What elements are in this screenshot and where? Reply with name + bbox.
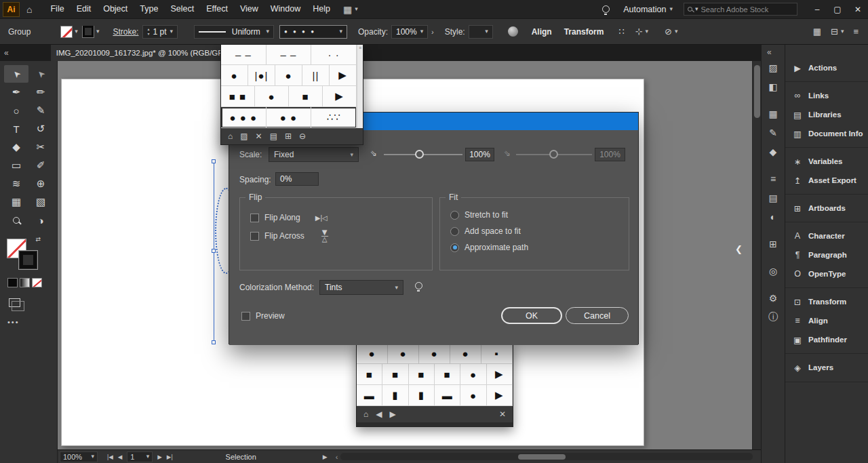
scale-select[interactable]: Fixed ▾ — [269, 147, 359, 162]
mesh-tool[interactable]: ▦ — [4, 193, 28, 211]
automation-dropdown[interactable]: Automation ▾ — [623, 5, 673, 14]
secondary-scale-slider-thumb[interactable] — [549, 150, 558, 159]
first-artboard-icon[interactable]: |◀ — [107, 454, 113, 460]
spacing-field[interactable]: 0% — [275, 172, 319, 186]
panel-resize-grip[interactable] — [357, 422, 513, 426]
minimize-button[interactable]: – — [807, 0, 827, 19]
menu-item[interactable]: Select — [164, 0, 200, 18]
info-icon[interactable]: ⓘ — [762, 308, 785, 327]
blend-tool[interactable]: ◑ — [28, 212, 53, 229]
home-icon[interactable]: ⌂ — [26, 4, 32, 15]
gradient-tool[interactable]: ▧ — [28, 193, 53, 211]
stroke-color-control[interactable]: ▾ — [82, 26, 100, 38]
stroke-panel-link[interactable]: Stroke: — [113, 27, 138, 37]
scissors-tool[interactable]: ✂ — [28, 138, 53, 156]
next-brush-icon[interactable]: ▶ — [389, 409, 395, 419]
list-view-icon[interactable]: ▤ — [270, 132, 277, 141]
brush-definition-select[interactable]: ● ● ● ● ▾ — [279, 25, 347, 39]
opacity-select[interactable]: 100% ▾ — [391, 25, 428, 39]
ok-button[interactable]: OK — [501, 307, 562, 324]
pencil-tool[interactable]: ✐ — [28, 157, 53, 174]
status-expand-icon[interactable]: ▶ — [323, 454, 328, 460]
zoom-level-select[interactable]: 100% ▾ — [60, 451, 98, 462]
brushes-icon[interactable]: ✎ — [762, 123, 785, 142]
panel-tab-align[interactable]: ≡ Align — [785, 311, 868, 330]
fit-option[interactable]: Approximate path — [450, 243, 629, 252]
fill-stroke-widget[interactable]: ⇄ — [7, 239, 38, 270]
new-brush-icon[interactable]: ⊞ — [285, 132, 292, 141]
flip-across-option[interactable]: Flip Across ▶|◁ — [250, 231, 432, 241]
scale-slider[interactable] — [384, 154, 462, 155]
panel-tab-actions[interactable]: ▶ Actions — [785, 58, 868, 77]
brush-item-row[interactable]: ● ● ● ● ● ∴∵ — [221, 107, 357, 128]
workspace-switcher-icon[interactable]: ▦▾ — [343, 4, 358, 15]
close-button[interactable]: ✕ — [848, 0, 868, 19]
graphic-style-select[interactable]: ▾ — [469, 25, 493, 39]
select-similar-icon[interactable]: ⊹▾ — [635, 26, 648, 37]
collapse-toolbar-icon[interactable]: « — [0, 48, 13, 58]
panel-tab-character[interactable]: A Character — [785, 226, 868, 245]
width-tool[interactable]: ≋ — [4, 175, 28, 193]
artboards-strip-icon[interactable]: ⊞ — [762, 235, 785, 254]
next-artboard-icon[interactable]: ▶ — [157, 454, 162, 460]
scale-value-field[interactable]: 100% — [465, 148, 494, 161]
secondary-scale-slider[interactable] — [516, 154, 592, 155]
panel-tab-links[interactable]: ∞ Links — [785, 86, 868, 105]
fill-color-control[interactable]: ▾ — [60, 26, 78, 38]
fit-option[interactable]: Stretch to fit — [450, 210, 629, 220]
gradient-panel-icon[interactable]: ▤ — [762, 188, 785, 207]
menu-item[interactable]: View — [234, 0, 264, 18]
color-swatch-button[interactable] — [7, 278, 18, 287]
checkbox-icon[interactable] — [250, 232, 259, 241]
align-button[interactable]: Align — [532, 27, 552, 37]
panel-tab-pathfinder[interactable]: ▣ Pathfinder — [785, 330, 868, 349]
eraser-tool[interactable]: ◆ — [4, 138, 28, 156]
panel-tab-paragraph[interactable]: ¶ Paragraph — [785, 245, 868, 264]
rectangle-tool[interactable]: ▭ — [4, 157, 28, 174]
selection-tool[interactable]: ➤ — [4, 65, 28, 83]
transparency-icon[interactable]: ◐ — [762, 207, 785, 226]
panel-tab-variables[interactable]: ∗ Variables — [785, 152, 868, 171]
panel-tab-artboards[interactable]: ⊞ Artboards — [785, 199, 868, 218]
stroke-indicator-swatch[interactable] — [18, 250, 38, 270]
vertical-scrollbar[interactable] — [752, 61, 761, 449]
ellipse-tool[interactable]: ○ — [4, 102, 28, 119]
isolate-mode-icon[interactable]: ⊘▾ — [665, 26, 677, 37]
transform-button[interactable]: Transform — [564, 27, 604, 37]
prev-brush-icon[interactable]: ◀ — [376, 409, 382, 419]
menu-item[interactable]: Type — [134, 0, 164, 18]
flip-along-option[interactable]: Flip Along ▶|◁ — [250, 213, 432, 222]
selection-handle[interactable] — [212, 340, 216, 344]
edit-toolbar-icon[interactable]: ••• — [7, 318, 57, 326]
scale-slider-thumb[interactable] — [415, 150, 424, 159]
prev-artboard-icon[interactable]: ◀ — [118, 454, 123, 460]
discover-lightbulb-icon[interactable] — [602, 5, 610, 13]
shape-builder-tool[interactable]: ⊕ — [28, 175, 53, 193]
brush-item-row[interactable]: – – – – · · — [221, 44, 357, 65]
collapse-panels-icon[interactable]: « — [762, 45, 785, 58]
radio-icon[interactable] — [450, 227, 459, 236]
scroll-left-icon[interactable]: ‹ — [336, 453, 338, 461]
libraries-panel-icon[interactable]: ▨ — [240, 132, 248, 141]
panel-tab-layers[interactable]: ◈ Layers — [785, 358, 868, 377]
brush-item-row[interactable]: ▬ ▮ ▮ ▬ ● ▶ — [357, 385, 513, 406]
pen-tool[interactable]: ✒ — [4, 83, 28, 101]
radio-icon[interactable] — [450, 243, 459, 252]
preview-option[interactable]: Preview — [241, 311, 285, 321]
appearance-icon[interactable]: ◎ — [762, 262, 785, 281]
document-tab[interactable]: IMG_20201009_161732.jpg* @ 100% (RGB/GPU — [51, 45, 224, 61]
stroke-weight-stepper[interactable]: ▴▾ 1 pt ▾ — [142, 25, 178, 39]
panel-tab-libraries[interactable]: ▤ Libraries — [785, 105, 868, 124]
horizontal-scrollbar[interactable] — [340, 453, 753, 460]
change-screen-mode-icon[interactable] — [9, 298, 20, 307]
illustrator-app-icon[interactable]: Ai — [3, 2, 20, 17]
maximize-button[interactable]: ▢ — [827, 0, 848, 19]
brush-libraries-icon[interactable]: ⌂ — [363, 409, 368, 419]
color-guide-icon[interactable]: ◧ — [762, 77, 785, 96]
horizontal-scroll-thumb[interactable] — [518, 454, 566, 460]
curvature-tool[interactable]: ✏ — [28, 83, 53, 101]
colorization-tips-icon[interactable] — [415, 282, 422, 289]
delete-brush-icon[interactable]: ✕ — [499, 409, 506, 419]
colorization-select[interactable]: Tints ▾ — [319, 280, 403, 295]
radio-icon[interactable] — [450, 211, 459, 220]
